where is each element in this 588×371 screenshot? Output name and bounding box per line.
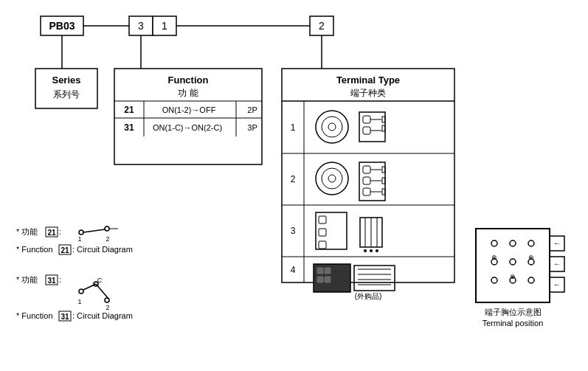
svg-text:端子种类: 端子种类 xyxy=(350,88,386,98)
svg-text:3: 3 xyxy=(291,226,296,236)
svg-text:ON(1-2)→OFF: ON(1-2)→OFF xyxy=(162,105,216,114)
svg-text:⊕: ⊕ xyxy=(491,254,497,261)
svg-text::: : xyxy=(59,275,61,284)
svg-text:端子胸位示意图: 端子胸位示意图 xyxy=(485,308,542,316)
svg-text:3P: 3P xyxy=(247,123,257,132)
svg-text:系列号: 系列号 xyxy=(53,89,80,100)
svg-rect-79 xyxy=(317,268,323,274)
svg-text:ON(1-C)→ON(2-C): ON(1-C)→ON(2-C) xyxy=(153,123,222,132)
svg-text:21: 21 xyxy=(60,246,69,254)
svg-text:1: 1 xyxy=(291,122,296,133)
svg-text:21: 21 xyxy=(47,229,56,237)
svg-text:: Circuit Diagram: : Circuit Diagram xyxy=(72,311,133,320)
main-svg: PB03 3 1 2 Series 系列号 Function 功 能 xyxy=(0,0,588,371)
svg-text:* 功能: * 功能 xyxy=(16,227,38,236)
diagram-container: PB03 3 1 2 Series 系列号 Function 功 能 xyxy=(0,0,588,371)
svg-text:21: 21 xyxy=(124,105,134,115)
svg-text:3: 3 xyxy=(138,20,144,32)
svg-point-75 xyxy=(364,249,367,252)
svg-text:2P: 2P xyxy=(247,105,257,114)
svg-text:4: 4 xyxy=(291,265,296,275)
svg-rect-80 xyxy=(325,268,331,274)
svg-text:PB03: PB03 xyxy=(49,20,75,32)
svg-text:Terminal position: Terminal position xyxy=(482,319,544,327)
svg-text:2: 2 xyxy=(319,20,325,32)
svg-text:* 功能: * 功能 xyxy=(16,275,38,284)
svg-point-76 xyxy=(370,249,373,252)
svg-text:←: ← xyxy=(553,260,561,268)
svg-point-107 xyxy=(79,289,83,294)
svg-text:31: 31 xyxy=(47,277,56,285)
svg-text:功  能: 功 能 xyxy=(178,88,198,98)
svg-text:31: 31 xyxy=(60,313,69,321)
svg-text:2: 2 xyxy=(106,304,109,311)
svg-text:Function: Function xyxy=(168,74,209,86)
svg-rect-81 xyxy=(317,277,323,282)
svg-text:1: 1 xyxy=(77,235,81,243)
svg-text:←: ← xyxy=(553,239,561,247)
svg-rect-119 xyxy=(476,229,550,302)
svg-text:⊗: ⊗ xyxy=(510,273,516,280)
svg-text:2: 2 xyxy=(291,174,296,184)
svg-text:: Circuit Diagram: : Circuit Diagram xyxy=(72,245,133,254)
svg-text:Terminal Type: Terminal Type xyxy=(336,74,400,86)
svg-text:(外购品): (外购品) xyxy=(355,292,382,300)
svg-point-93 xyxy=(79,230,83,235)
svg-text::: : xyxy=(59,227,61,236)
svg-rect-82 xyxy=(325,277,331,282)
svg-text:31: 31 xyxy=(124,122,134,133)
svg-line-110 xyxy=(96,284,108,299)
svg-text:2: 2 xyxy=(106,235,109,243)
svg-text:1: 1 xyxy=(77,298,81,305)
svg-text:* Function: * Function xyxy=(16,311,53,320)
svg-text:* Function: * Function xyxy=(16,245,53,254)
svg-line-95 xyxy=(83,229,105,232)
svg-point-94 xyxy=(105,226,109,231)
svg-text:Series: Series xyxy=(52,74,80,86)
svg-point-77 xyxy=(376,249,378,252)
svg-text:←: ← xyxy=(553,280,561,288)
svg-text:⊕: ⊕ xyxy=(528,254,534,261)
svg-text:1: 1 xyxy=(162,20,167,32)
